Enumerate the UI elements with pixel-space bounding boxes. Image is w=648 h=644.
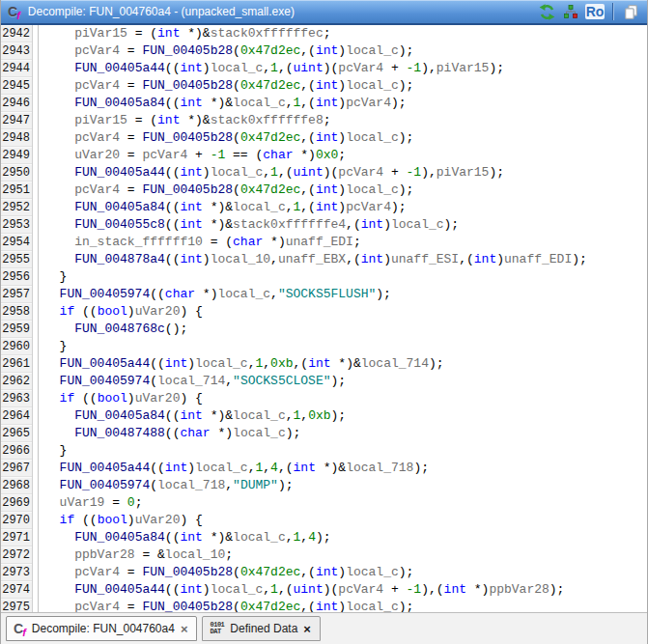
code-line[interactable]: 2953 FUN_004055c8((int *)&stack0xffffffe…	[1, 216, 647, 234]
close-icon[interactable]: ×	[303, 623, 311, 635]
code-line[interactable]: 2965 FUN_00487488((char *)local_c);	[1, 425, 647, 442]
code-line[interactable]: 2968 FUN_00405974(local_718,"DUMP");	[1, 477, 647, 494]
code-line[interactable]: 2949 uVar20 = pcVar4 + -1 == (char *)0x0…	[1, 147, 647, 164]
code-text[interactable]: pcVar4 = FUN_00405b28(0x47d2ec,(int)loca…	[44, 182, 413, 199]
code-text[interactable]: FUN_00405974(local_714,"SOCKS5CLOSE");	[44, 373, 346, 390]
code-line[interactable]: 2974 FUN_00405a44((int)local_c,1,(uint)(…	[1, 581, 647, 599]
gutter-separator	[33, 95, 44, 112]
tab-decompile-label: Decompile: FUN_004760a4	[32, 622, 175, 635]
code-line[interactable]: 2951 pcVar4 = FUN_00405b28(0x47d2ec,(int…	[1, 182, 647, 199]
gutter-separator	[33, 60, 44, 77]
titlebar-actions: Ro	[538, 3, 647, 20]
code-text[interactable]: FUN_00405a84((int *)&local_c,1,(int)pcVa…	[44, 95, 407, 112]
code-text[interactable]: if ((bool)uVar20) {	[44, 512, 203, 529]
line-number: 2971	[1, 529, 33, 546]
code-text[interactable]: uVar19 = 0;	[44, 494, 142, 512]
code-text[interactable]: FUN_00405a44((int)local_c,1,4,(int *)&lo…	[44, 460, 429, 477]
line-number: 2947	[1, 112, 33, 129]
refresh-icon[interactable]	[538, 3, 555, 20]
close-icon[interactable]: ×	[181, 623, 188, 635]
code-text[interactable]: FUN_00405a44((int)local_c,1,(uint)(pcVar…	[44, 60, 504, 77]
code-text[interactable]: FUN_00405a44((int)local_c,1,0xb,(int *)&…	[44, 355, 444, 373]
line-number: 2968	[1, 477, 33, 494]
titlebar[interactable]: Cf Decompile: FUN_004760a4 - (unpacked_s…	[1, 0, 647, 25]
code-line[interactable]: 2950 FUN_00405a44((int)local_c,1,(uint)(…	[1, 164, 647, 182]
call-graph-icon[interactable]	[562, 3, 579, 20]
code-text[interactable]: piVar15 = (int *)&stack0xffffffe8;	[44, 112, 331, 129]
code-text[interactable]: FUN_004878a4((int)local_10,unaff_EBX,(in…	[44, 251, 587, 268]
line-number: 2964	[1, 407, 33, 425]
code-line[interactable]: 2959 FUN_0048768c();	[1, 321, 647, 338]
code-line[interactable]: 2958 if ((bool)uVar20) {	[1, 303, 647, 321]
copy-icon[interactable]	[622, 3, 639, 20]
code-text[interactable]: in_stack_ffffff10 = (char *)unaff_EDI;	[44, 234, 361, 251]
gutter-separator	[33, 460, 44, 477]
code-line[interactable]: 2954 in_stack_ffffff10 = (char *)unaff_E…	[1, 234, 647, 251]
gutter-separator	[33, 425, 44, 442]
line-number: 2953	[1, 216, 33, 234]
code-line[interactable]: 2972 ppbVar28 = &local_10;	[1, 546, 647, 564]
code-line[interactable]: 2963 if ((bool)uVar20) {	[1, 390, 647, 407]
code-text[interactable]: pcVar4 = FUN_00405b28(0x47d2ec,(int)loca…	[44, 564, 413, 581]
code-text[interactable]: pcVar4 = FUN_00405b28(0x47d2ec,(int)loca…	[44, 77, 413, 95]
line-number: 2949	[1, 147, 33, 164]
code-line[interactable]: 2943 pcVar4 = FUN_00405b28(0x47d2ec,(int…	[1, 42, 647, 60]
code-text[interactable]: pcVar4 = FUN_00405b28(0x47d2ec,(int)loca…	[44, 42, 413, 60]
code-text[interactable]: }	[44, 338, 67, 355]
code-line[interactable]: 2962 FUN_00405974(local_714,"SOCKS5CLOSE…	[1, 373, 647, 390]
code-text[interactable]: uVar20 = pcVar4 + -1 == (char *)0x0;	[44, 147, 346, 164]
code-text[interactable]: FUN_00405a84((int *)&local_c,1,(int)pcVa…	[44, 199, 407, 216]
code-text[interactable]: FUN_00405a84((int *)&local_c,1,0xb);	[44, 407, 346, 425]
line-number: 2948	[1, 129, 33, 147]
code-line[interactable]: 2960 }	[1, 338, 647, 355]
code-line[interactable]: 2942 piVar15 = (int *)&stack0xffffffec;	[1, 25, 647, 42]
gutter-separator	[33, 286, 44, 303]
code-line[interactable]: 2973 pcVar4 = FUN_00405b28(0x47d2ec,(int…	[1, 564, 647, 581]
code-text[interactable]: FUN_00405974((char *)local_c,"SOCKS5FLUS…	[44, 286, 391, 303]
code-text[interactable]: FUN_004055c8((int *)&stack0xffffffe4,(in…	[44, 216, 459, 234]
code-line[interactable]: 2971 FUN_00405a84((int *)&local_c,1,4);	[1, 529, 647, 546]
code-text[interactable]: pcVar4 = FUN_00405b28(0x47d2ec,(int)loca…	[44, 129, 413, 147]
code-line[interactable]: 2966 }	[1, 442, 647, 460]
code-line[interactable]: 2961 FUN_00405a44((int)local_c,1,0xb,(in…	[1, 355, 647, 373]
code-text[interactable]: FUN_00405a44((int)local_c,1,(uint)(pcVar…	[44, 164, 504, 182]
code-line[interactable]: 2946 FUN_00405a84((int *)&local_c,1,(int…	[1, 95, 647, 112]
code-line[interactable]: 2944 FUN_00405a44((int)local_c,1,(uint)(…	[1, 60, 647, 77]
line-number: 2969	[1, 494, 33, 512]
code-text[interactable]: if ((bool)uVar20) {	[44, 390, 203, 407]
code-line[interactable]: 2947 piVar15 = (int *)&stack0xffffffe8;	[1, 112, 647, 129]
code-text[interactable]: if ((bool)uVar20) {	[44, 303, 203, 321]
code-text[interactable]: FUN_00487488((char *)local_c);	[44, 425, 300, 442]
code-line[interactable]: 2969 uVar19 = 0;	[1, 494, 647, 512]
code-text[interactable]: FUN_00405a84((int *)&local_c,1,4);	[44, 529, 331, 546]
gutter-separator	[33, 216, 44, 234]
code-text[interactable]: }	[44, 268, 67, 286]
code-line[interactable]: 2956 }	[1, 268, 647, 286]
tab-defined-data[interactable]: 0101 DAT Defined Data ×	[202, 616, 320, 641]
gutter-separator	[33, 303, 44, 321]
gutter-separator	[33, 199, 44, 216]
gutter-separator	[33, 373, 44, 390]
code-line[interactable]: 2970 if ((bool)uVar20) {	[1, 512, 647, 529]
code-line[interactable]: 2957 FUN_00405974((char *)local_c,"SOCKS…	[1, 286, 647, 303]
code-text[interactable]: }	[44, 442, 67, 460]
gutter-separator	[33, 546, 44, 564]
code-text[interactable]: piVar15 = (int *)&stack0xffffffec;	[44, 25, 331, 42]
ro-toolbar-button[interactable]: Ro	[586, 3, 604, 20]
code-text[interactable]: FUN_0048768c();	[44, 321, 187, 338]
code-line[interactable]: 2955 FUN_004878a4((int)local_10,unaff_EB…	[1, 251, 647, 268]
code-text[interactable]: FUN_00405a44((int)local_c,1,(uint)(pcVar…	[44, 581, 564, 599]
tab-decompile[interactable]: Cf Decompile: FUN_004760a4 ×	[6, 616, 197, 641]
code-listing: 2942 piVar15 = (int *)&stack0xffffffec;2…	[1, 25, 647, 644]
line-number: 2954	[1, 234, 33, 251]
code-line[interactable]: 2945 pcVar4 = FUN_00405b28(0x47d2ec,(int…	[1, 77, 647, 95]
code-text[interactable]: ppbVar28 = &local_10;	[44, 546, 233, 564]
code-line[interactable]: 2964 FUN_00405a84((int *)&local_c,1,0xb)…	[1, 407, 647, 425]
gutter-separator	[33, 251, 44, 268]
gutter-separator	[33, 182, 44, 199]
code-line[interactable]: 2948 pcVar4 = FUN_00405b28(0x47d2ec,(int…	[1, 129, 647, 147]
code-line[interactable]: 2952 FUN_00405a84((int *)&local_c,1,(int…	[1, 199, 647, 216]
code-line[interactable]: 2967 FUN_00405a44((int)local_c,1,4,(int …	[1, 460, 647, 477]
code-text[interactable]: FUN_00405974(local_718,"DUMP");	[44, 477, 294, 494]
line-number: 2963	[1, 390, 33, 407]
